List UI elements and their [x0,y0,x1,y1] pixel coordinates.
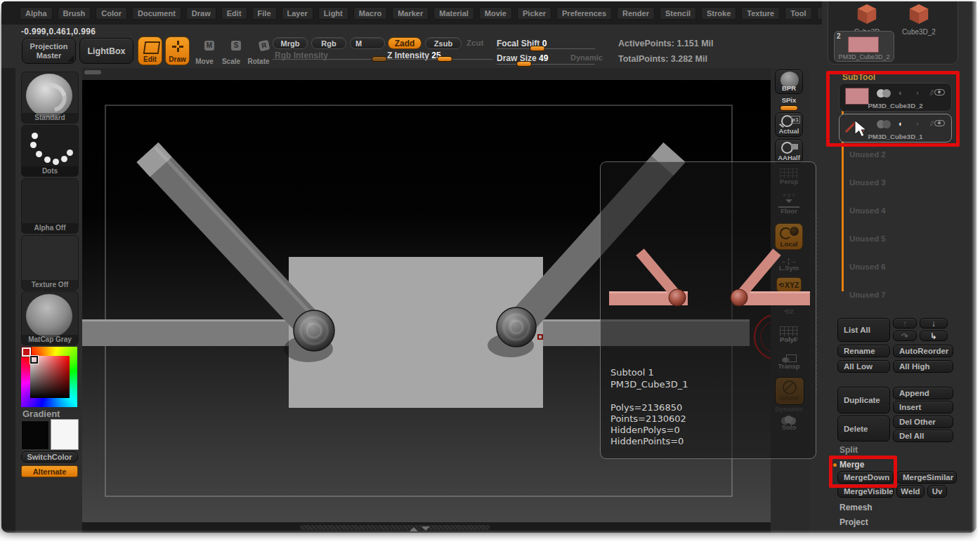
unused-slot-3[interactable]: Unused 3 [849,178,886,187]
current-brush-standard[interactable]: Standard [21,72,79,124]
menu-stroke[interactable]: Stroke [701,7,736,20]
move-down-button[interactable]: ↓ [920,318,948,329]
menu-brush[interactable]: Brush [58,7,91,20]
uv-button[interactable]: Uv [927,485,947,498]
aahalf-button[interactable]: AAHalf [775,139,803,164]
menu-document[interactable]: Document [132,7,181,20]
menu-movie[interactable]: Movie [479,7,512,20]
switch-color-button[interactable]: SwitchColor [21,451,78,463]
current-stroke-dots[interactable]: Dots [21,125,79,177]
divider-up-icon[interactable] [410,523,418,531]
shift-up-button[interactable]: ↷ [893,331,917,341]
canvas-bottom-divider[interactable] [82,522,771,533]
rotate-mode-button[interactable]: R Rotate [245,38,272,65]
rgb-toggle[interactable]: Rgb [311,37,346,49]
del-other-button[interactable]: Del Other [893,416,953,428]
lightbox-button[interactable]: LightBox [79,38,133,64]
visibility-eye-icon[interactable] [934,120,945,126]
current-alpha-off[interactable]: Alpha Off [21,178,79,234]
menu-alpha[interactable]: Alpha [20,7,53,20]
bottom-divider-grip[interactable] [300,525,490,530]
del-all-button[interactable]: Del All [893,430,953,442]
menu-material[interactable]: Material [433,7,474,20]
polypaint-icon[interactable] [877,89,892,98]
rgb-intensity-handle[interactable] [372,56,387,62]
menu-light[interactable]: Light [318,7,348,20]
color-picker[interactable] [21,347,77,407]
tool-cube3d[interactable]: Cube3D [847,3,887,34]
secondary-color-swatch[interactable] [51,419,79,450]
menu-render[interactable]: Render [617,7,655,20]
unused-slot-2[interactable]: Unused 2 [849,150,886,159]
canvas-top-divider[interactable] [82,68,771,81]
divider-down-icon[interactable] [422,526,430,533]
sv-selector[interactable] [30,356,38,364]
split-section-header[interactable]: Split [839,445,858,455]
shade-mode-icon[interactable]: ◐ [899,119,903,128]
list-all-button[interactable]: List All [837,318,890,342]
insert-button[interactable]: Insert [893,401,953,413]
shift-down-button[interactable]: ↳ [920,331,948,341]
mergevisible-button[interactable]: MergeVisible [837,485,894,498]
actual-size-button[interactable]: x1 Actual [775,112,803,137]
rgb-intensity-slider[interactable] [273,59,384,60]
alternate-button[interactable]: Alternate [21,465,78,477]
main-color-swatch[interactable] [21,420,49,450]
polypaint-icon[interactable] [877,120,892,128]
menu-picker[interactable]: Picker [517,7,551,20]
unused-slot-6[interactable]: Unused 6 [849,263,886,271]
scale-mode-button[interactable]: S Scale [219,38,243,65]
menu-edit[interactable]: Edit [221,7,247,20]
left-arm-mesh[interactable] [148,152,314,330]
m-toggle[interactable]: M [350,37,385,49]
visibility-eye-icon[interactable] [934,89,945,95]
delete-button[interactable]: Delete [837,416,890,442]
draw-size-slider[interactable] [497,64,595,65]
merge-section-header[interactable]: Merge [839,460,864,470]
menu-preferences[interactable]: Preferences [556,7,612,20]
append-button[interactable]: Append [893,387,953,399]
move-mode-button[interactable]: M Move [192,38,216,65]
current-texture-off[interactable]: Texture Off [21,235,79,291]
unused-slot-7[interactable]: Unused 7 [849,291,886,299]
draw-size-handle[interactable] [516,61,532,67]
rename-button[interactable]: Rename [837,345,890,357]
menu-file[interactable]: File [252,7,277,20]
duplicate-button[interactable]: Duplicate [837,387,890,413]
gradient-label[interactable]: Gradient [22,409,60,419]
dynamic-label[interactable]: Dynamic [570,53,603,62]
active-tool-slot[interactable]: 2 PM3D_Cube3D_2 [834,31,894,62]
draw-mode-button[interactable]: Draw [165,37,190,65]
z-intensity-handle[interactable] [437,56,452,62]
all-high-button[interactable]: All High [893,360,953,373]
menu-color[interactable]: Color [96,7,127,20]
tool-cube3d-2[interactable]: Cube3D_2 [898,3,940,34]
half-circle-icon[interactable]: ◑ [915,88,920,97]
menu-macro[interactable]: Macro [353,7,387,20]
menu-marker[interactable]: Marker [392,7,429,20]
move-up-button[interactable]: ↑ [893,318,917,329]
project-section-header[interactable]: Project [839,517,868,527]
zcut-toggle[interactable]: Zcut [466,39,483,47]
spix-slider[interactable] [780,105,798,111]
subtool-section-header[interactable]: SubTool [842,72,875,82]
bpr-button[interactable]: BPR [775,69,803,94]
shade-mode-icon[interactable]: ◐ [899,88,903,97]
subtool-item-pm3d-cube3d-2[interactable]: ◐ ◑ ✎ PM3D_Cube3D_2 [839,83,952,112]
menu-layer[interactable]: Layer [282,7,313,20]
divider-handle[interactable] [84,70,101,74]
mergesimilar-button[interactable]: MergeSimilar [896,471,957,484]
focal-shift-slider[interactable] [497,48,595,49]
remesh-section-header[interactable]: Remesh [839,503,873,512]
all-low-button[interactable]: All Low [837,360,890,373]
unused-slot-4[interactable]: Unused 4 [849,206,886,215]
unused-slot-5[interactable]: Unused 5 [849,234,886,243]
autoreorder-button[interactable]: AutoReorder [893,345,953,357]
menu-stencil[interactable]: Stencil [660,7,696,20]
projection-master-button[interactable]: Projection Master [22,38,76,64]
edit-mode-button[interactable]: Edit [138,37,162,65]
mergedown-button[interactable]: MergeDown [837,471,894,484]
focal-shift-handle[interactable] [530,46,545,51]
half-circle-icon[interactable]: ◑ [915,119,920,128]
zsub-toggle[interactable]: Zsub [425,37,462,49]
